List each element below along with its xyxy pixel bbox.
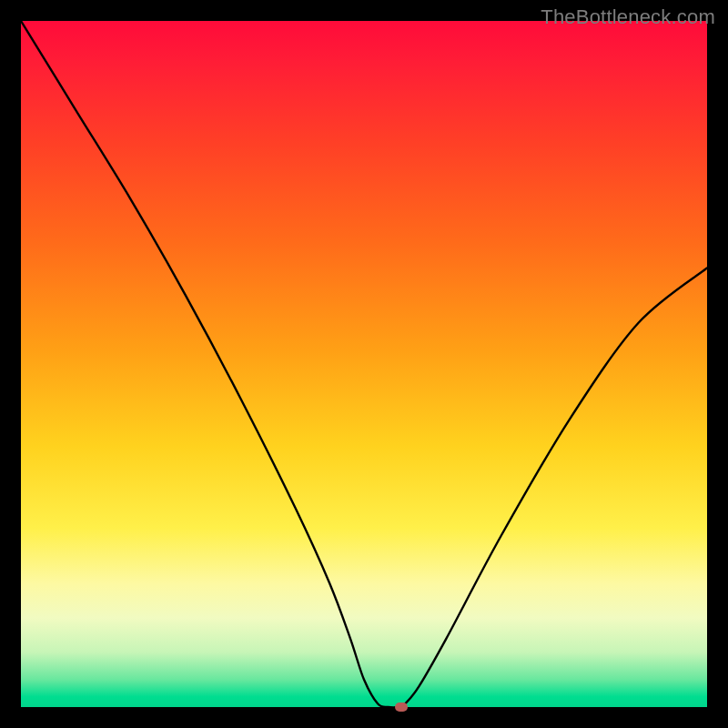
chart-frame: TheBottleneck.com xyxy=(0,0,728,728)
optimal-point-marker xyxy=(395,703,408,713)
bottleneck-curve xyxy=(21,21,707,707)
plot-gradient-background xyxy=(21,21,707,707)
watermark-text: TheBottleneck.com xyxy=(541,5,715,29)
